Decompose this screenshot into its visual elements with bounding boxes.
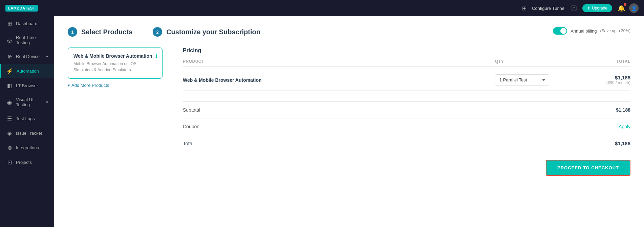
help-button[interactable]: ? [571,5,577,11]
pricing-product-name: Web & Mobile Browser Automation [183,77,495,83]
annual-billing-label: Annual billing [571,29,597,34]
sidebar-item-visual-ui-testing[interactable]: ◉ Visual UI Testing ▼ [0,93,54,111]
step1-title: Select Products [81,28,132,36]
right-panel: Pricing PRODUCT QTY TOTAL Web & Mobile B… [183,48,630,176]
main-content: Annual billing (Save upto 20%) 1 Select … [54,16,644,227]
apply-coupon-link[interactable]: Apply [619,124,630,129]
chevron-down-icon-2: ▼ [45,100,49,104]
subtotal-label: Subtotal [183,107,200,113]
top-navigation: LAMBDATEST ⊞ Configure Tunnel ? ⬆ Upgrad… [0,0,644,16]
billing-toggle-area: Annual billing (Save upto 20%) [553,27,630,35]
avatar[interactable]: 👤 [629,3,639,13]
projects-icon: ⊡ [6,159,13,166]
upgrade-button[interactable]: ⬆ Upgrade [582,4,612,12]
col-total-header: TOTAL [563,59,630,64]
chevron-down-icon: ▼ [45,55,49,58]
notification-bell[interactable]: 🔔 [618,4,625,12]
visual-ui-icon: ◉ [6,99,13,106]
summary-section: Subtotal $1,188 Coupon Apply Total $1,18… [183,101,630,152]
annual-billing-toggle[interactable] [553,27,567,35]
real-time-icon: ◎ [6,37,13,43]
steps-header: 1 Select Products 2 Customize your Subsc… [68,27,630,37]
issue-tracker-icon: ◈ [6,130,13,136]
real-device-icon: ⊕ [6,53,13,60]
chevron-down-icon-add: ▾ [68,83,70,88]
total-label: Total [183,140,194,146]
col-qty-header: QTY [495,59,563,64]
grid-icon[interactable]: ⊞ [522,5,527,12]
subtotal-row: Subtotal $1,188 [183,102,630,118]
upgrade-icon: ⬆ [587,6,591,11]
configure-tunnel-button[interactable]: Configure Tunnel [532,6,565,11]
step2-circle: 2 [153,27,162,37]
nav-icons: 🔔 👤 [618,3,639,13]
sidebar-item-lt-browser[interactable]: ◧ LT Browser [0,78,54,93]
sidebar-item-automation[interactable]: ⚡ Automation [0,64,54,78]
total-value: $1,188 [615,140,630,146]
coupon-label: Coupon [183,124,199,129]
per-month: ($99 / month) [563,80,630,85]
two-col-layout: ℹ Web & Mobile Browser Automation Mobile… [68,48,630,176]
pricing-table: PRODUCT QTY TOTAL Web & Mobile Browser A… [183,59,630,91]
sidebar-item-real-time-testing[interactable]: ◎ Real Time Testing [0,31,54,49]
toggle-thumb [560,28,566,34]
integrations-icon: ⊛ [6,145,13,151]
step2-title: Customize your Subscription [166,28,260,36]
topnav-right: ⊞ Configure Tunnel ? ⬆ Upgrade 🔔 👤 [522,3,639,13]
subtotal-value: $1,188 [616,107,630,113]
add-more-products-link[interactable]: ▾ Add More Products [68,83,163,88]
proceed-to-checkout-button[interactable]: PROCEED TO CHECKOUT [546,160,630,176]
pricing-title: Pricing [183,48,630,54]
sidebar-item-integrations[interactable]: ⊛ Integrations [0,140,54,155]
sidebar-item-dashboard[interactable]: ⊞ Dashboard [0,16,54,31]
step2-section: 2 Customize your Subscription [153,27,260,37]
pricing-row: Web & Mobile Browser Automation 1 Parall… [183,70,630,91]
product-card-title: Web & Mobile Browser Automation [73,53,157,59]
total-row: Total $1,188 [183,135,630,152]
notification-badge [624,3,626,6]
billing-save-label: (Save upto 20%) [600,29,630,33]
lt-browser-icon: ◧ [6,82,13,89]
test-logs-icon: ☰ [6,115,13,122]
qty-select[interactable]: 1 Parallel Test 2 Parallel Tests 5 Paral… [495,74,549,86]
coupon-row: Coupon Apply [183,118,630,135]
total-price: $1,188 [563,75,630,80]
main-layout: ⊞ Dashboard ◎ Real Time Testing ⊕ Real D… [0,16,644,227]
col-product-header: PRODUCT [183,59,495,64]
price-cell: $1,188 ($99 / month) [563,75,630,85]
info-icon[interactable]: ℹ [155,53,157,59]
pricing-table-header: PRODUCT QTY TOTAL [183,59,630,67]
sidebar-item-projects[interactable]: ⊡ Projects [0,155,54,170]
logo-badge: LAMBDATEST [5,5,38,12]
step1-circle: 1 [68,27,77,37]
logo-area: LAMBDATEST [5,5,38,12]
dashboard-icon: ⊞ [6,20,13,27]
sidebar-item-issue-tracker[interactable]: ◈ Issue Tracker [0,126,54,140]
sidebar-item-real-device[interactable]: ⊕ Real Device ▼ [0,49,54,64]
automation-icon: ⚡ [6,68,13,74]
step1-section: 1 Select Products [68,27,132,37]
sidebar-item-test-logs[interactable]: ☰ Test Logs [0,111,54,126]
qty-selector-wrapper: 1 Parallel Test 2 Parallel Tests 5 Paral… [495,74,563,86]
left-panel: ℹ Web & Mobile Browser Automation Mobile… [68,48,163,88]
checkout-area: PROCEED TO CHECKOUT [183,160,630,176]
product-card-desc: Mobile Browser Automation on iOS Simulat… [73,61,157,73]
sidebar: ⊞ Dashboard ◎ Real Time Testing ⊕ Real D… [0,16,54,227]
product-card-automation[interactable]: ℹ Web & Mobile Browser Automation Mobile… [68,48,163,79]
